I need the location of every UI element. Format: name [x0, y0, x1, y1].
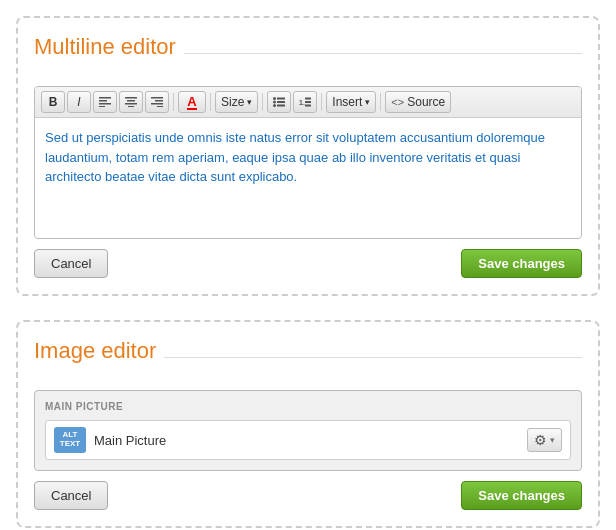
insert-dropdown[interactable]: Insert ▾ [326, 91, 376, 113]
svg-rect-4 [125, 97, 137, 99]
align-center-button[interactable] [119, 91, 143, 113]
editor-content-text: Sed ut perspiciatis unde omnis iste natu… [45, 130, 545, 184]
image-cancel-button[interactable]: Cancel [34, 481, 108, 510]
multiline-editor-box: B I A Size ▾ 1 [34, 86, 582, 239]
image-name-label: Main Picture [94, 433, 519, 448]
svg-rect-8 [151, 97, 163, 99]
image-section-label: MAIN PICTURE [45, 401, 571, 412]
editor-toolbar: B I A Size ▾ 1 [35, 87, 581, 118]
color-button[interactable]: A [178, 91, 206, 113]
alt-text-badge: ALTTEXT [54, 427, 86, 453]
svg-rect-17 [277, 105, 285, 107]
svg-rect-10 [151, 103, 163, 105]
svg-rect-21 [305, 105, 311, 107]
multiline-editor-section: Multiline editor B I A Size ▾ [16, 16, 600, 296]
svg-rect-2 [99, 103, 111, 105]
toolbar-divider-4 [321, 93, 322, 111]
multiline-editor-actions: Cancel Save changes [34, 249, 582, 278]
svg-rect-3 [99, 106, 105, 107]
image-save-button[interactable]: Save changes [461, 481, 582, 510]
svg-rect-13 [277, 98, 285, 100]
toolbar-divider-3 [262, 93, 263, 111]
svg-rect-11 [157, 106, 163, 107]
gear-button[interactable]: ⚙ ▾ [527, 428, 562, 452]
svg-rect-15 [277, 101, 285, 103]
svg-point-14 [273, 101, 276, 104]
svg-rect-1 [99, 100, 107, 102]
svg-rect-19 [305, 98, 311, 100]
image-row: ALTTEXT Main Picture ⚙ ▾ [45, 420, 571, 460]
svg-rect-20 [305, 101, 311, 103]
svg-point-16 [273, 104, 276, 107]
svg-rect-7 [128, 106, 134, 107]
italic-button[interactable]: I [67, 91, 91, 113]
svg-text:1.: 1. [299, 99, 305, 106]
bold-button[interactable]: B [41, 91, 65, 113]
align-left-button[interactable] [93, 91, 117, 113]
svg-rect-5 [127, 100, 135, 102]
size-dropdown[interactable]: Size ▾ [215, 91, 258, 113]
image-editor-section: Image editor MAIN PICTURE ALTTEXT Main P… [16, 320, 600, 528]
svg-rect-0 [99, 97, 111, 99]
image-editor-title: Image editor [34, 338, 156, 364]
multiline-cancel-button[interactable]: Cancel [34, 249, 108, 278]
unordered-list-button[interactable] [267, 91, 291, 113]
chevron-down-icon: ▾ [550, 435, 555, 445]
svg-point-12 [273, 97, 276, 100]
toolbar-divider-5 [380, 93, 381, 111]
toolbar-divider-1 [173, 93, 174, 111]
toolbar-divider-2 [210, 93, 211, 111]
ordered-list-button[interactable]: 1. [293, 91, 317, 113]
svg-rect-9 [155, 100, 163, 102]
multiline-editor-title: Multiline editor [34, 34, 176, 60]
image-editor-box: MAIN PICTURE ALTTEXT Main Picture ⚙ ▾ [34, 390, 582, 471]
gear-icon: ⚙ [534, 432, 547, 448]
source-dropdown[interactable]: <> Source [385, 91, 451, 113]
multiline-save-button[interactable]: Save changes [461, 249, 582, 278]
svg-rect-6 [125, 103, 137, 105]
editor-content-area[interactable]: Sed ut perspiciatis unde omnis iste natu… [35, 118, 581, 238]
image-editor-actions: Cancel Save changes [34, 481, 582, 510]
align-right-button[interactable] [145, 91, 169, 113]
